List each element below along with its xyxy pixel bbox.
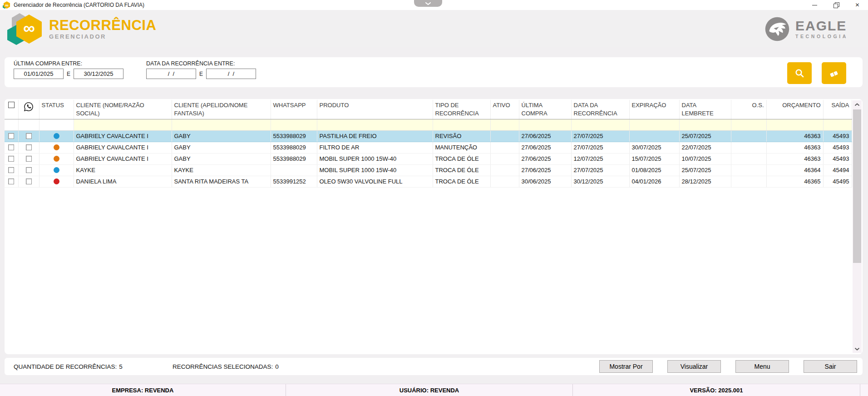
filter-cell-data_lembrete[interactable] xyxy=(679,119,731,130)
ultima-compra-label: ÚLTIMA COMPRA ENTRE: xyxy=(14,60,123,67)
filter-cell-tipo[interactable] xyxy=(433,119,490,130)
filter-cell-whatsapp[interactable] xyxy=(271,119,317,130)
vendor-subtitle: TECNOLOGIA xyxy=(795,34,848,39)
cell-ativo xyxy=(490,130,519,142)
cell-whatsapp_send xyxy=(18,176,39,187)
filter-cell-whatsapp_send[interactable] xyxy=(18,119,39,130)
cell-saida: 45495 xyxy=(823,176,852,187)
filter-cell-select[interactable] xyxy=(5,119,18,130)
filter-cell-os[interactable] xyxy=(731,119,766,130)
minimize-button[interactable] xyxy=(804,0,825,10)
cell-ativo xyxy=(490,142,519,153)
cell-produto: PASTILHA DE FREIO xyxy=(317,130,433,142)
cell-produto: FILTRO DE AR xyxy=(317,142,433,153)
cell-status xyxy=(39,164,74,176)
vendor-name: EAGLE xyxy=(795,19,848,33)
cell-data_lembrete: 25/07/2025 xyxy=(679,130,731,142)
column-header-expiracao[interactable]: EXPIRAÇÃO xyxy=(629,100,679,119)
row-select-checkbox[interactable] xyxy=(8,144,14,150)
column-header-saida[interactable]: SAÍDA xyxy=(823,100,852,119)
column-header-ultima_compra[interactable]: ÚLTIMA COMPRA xyxy=(519,100,571,119)
filter-cell-orcamento[interactable] xyxy=(766,119,823,130)
filter-cell-produto[interactable] xyxy=(317,119,433,130)
row-whatsapp-checkbox[interactable] xyxy=(26,167,32,173)
filter-cell-expiracao[interactable] xyxy=(629,119,679,130)
select-all-checkbox[interactable] xyxy=(8,102,15,108)
row-select-checkbox[interactable] xyxy=(8,156,14,162)
mostrar-por-button[interactable]: Mostrar Por xyxy=(599,360,653,373)
column-header-os[interactable]: O.S. xyxy=(731,100,766,119)
ultima-compra-from-input[interactable] xyxy=(14,69,64,79)
cell-tipo: TROCA DE ÓLE xyxy=(433,164,490,176)
menu-button[interactable]: Menu xyxy=(735,360,789,373)
data-recorrencia-to-input[interactable] xyxy=(206,69,256,79)
cell-cliente_apelido: GABY xyxy=(172,153,271,164)
row-whatsapp-checkbox[interactable] xyxy=(26,144,32,150)
filter-cell-ultima_compra[interactable] xyxy=(519,119,571,130)
selected-count: RECORRÊNCIAS SELECIONADAS:0 xyxy=(173,363,279,370)
cell-whatsapp xyxy=(271,164,317,176)
column-header-status[interactable]: STATUS xyxy=(39,100,74,119)
row-select-checkbox[interactable] xyxy=(8,133,14,139)
clear-filters-button[interactable] xyxy=(822,62,846,84)
column-header-orcamento[interactable]: ORÇAMENTO xyxy=(766,100,823,119)
scrollbar-thumb[interactable] xyxy=(853,109,861,263)
cell-cliente_apelido: GABY xyxy=(172,130,271,142)
app-window: ∞ Gerenciador de Recorrência (CARTORIO D… xyxy=(0,0,868,396)
minimize-icon xyxy=(812,5,817,5)
data-recorrencia-from-input[interactable] xyxy=(146,69,196,79)
row-select-checkbox[interactable] xyxy=(8,167,14,173)
column-header-select[interactable] xyxy=(5,100,18,119)
table-row[interactable]: GABRIELY CAVALCANTE IGABY5533988029MOBIL… xyxy=(5,153,852,164)
visualizar-button[interactable]: Visualizar xyxy=(667,360,721,373)
cell-data_lembrete: 25/07/2025 xyxy=(679,164,731,176)
cell-cliente_nome: KAYKE xyxy=(74,164,172,176)
ultima-compra-to-input[interactable] xyxy=(74,69,123,79)
column-header-data_lembrete[interactable]: DATA LEMBRETE xyxy=(679,100,731,119)
row-whatsapp-checkbox[interactable] xyxy=(26,156,32,162)
row-select-checkbox[interactable] xyxy=(8,178,14,184)
scroll-up-button[interactable] xyxy=(853,100,862,109)
filter-cell-cliente_nome[interactable] xyxy=(74,119,172,130)
close-button[interactable]: ✕ xyxy=(847,0,868,10)
column-header-tipo[interactable]: TIPO DE RECORRÊNCIA xyxy=(433,100,490,119)
filter-cell-saida[interactable] xyxy=(823,119,852,130)
filter-cell-status[interactable] xyxy=(39,119,74,130)
chevron-down-icon xyxy=(425,2,431,5)
search-button[interactable] xyxy=(787,62,812,84)
cell-whatsapp: 5533988029 xyxy=(271,130,317,142)
table-row[interactable]: GABRIELY CAVALCANTE IGABY5533988029FILTR… xyxy=(5,142,852,153)
cell-orcamento: 46363 xyxy=(766,142,823,153)
screen-share-notch[interactable] xyxy=(414,0,442,7)
vertical-scrollbar[interactable] xyxy=(853,100,862,353)
app-header: ∞ RECORRÊNCIA GERENCIADOR EAGLE TECNOLOG… xyxy=(0,10,868,47)
column-header-whatsapp_send[interactable] xyxy=(18,100,39,119)
sair-button[interactable]: Sair xyxy=(804,360,857,373)
cell-data_recorrencia: 27/07/2025 xyxy=(571,164,629,176)
recurrence-count: QUANTIDADE DE RECORRÊNCIAS:5 xyxy=(14,363,123,370)
column-header-cliente_apelido[interactable]: CLIENTE (APELIDO/NOME FANTASIA) xyxy=(172,100,271,119)
column-header-data_recorrencia[interactable]: DATA DA RECORRÊNCIA xyxy=(571,100,629,119)
app-subtitle: GERENCIADOR xyxy=(49,33,156,40)
cell-data_lembrete: 28/12/2025 xyxy=(679,176,731,187)
table-row[interactable]: DANIELA LIMASANTA RITA MADEIRAS TA553399… xyxy=(5,176,852,187)
column-header-whatsapp[interactable]: WHATSAPP xyxy=(271,100,317,119)
cell-ultima_compra: 27/06/2025 xyxy=(519,130,571,142)
cell-expiracao xyxy=(629,130,679,142)
close-icon: ✕ xyxy=(855,2,859,8)
row-whatsapp-checkbox[interactable] xyxy=(26,178,32,184)
filter-cell-ativo[interactable] xyxy=(490,119,519,130)
scroll-down-button[interactable] xyxy=(853,345,862,353)
column-header-cliente_nome[interactable]: CLIENTE (NOME/RAZÃO SOCIAL) xyxy=(74,100,172,119)
filter-cell-cliente_apelido[interactable] xyxy=(172,119,271,130)
cell-whatsapp: 5533991252 xyxy=(271,176,317,187)
table-row[interactable]: GABRIELY CAVALCANTE IGABY5533988029PASTI… xyxy=(5,130,852,142)
cell-os xyxy=(731,164,766,176)
restore-button[interactable] xyxy=(825,0,847,10)
cell-select xyxy=(5,153,18,164)
row-whatsapp-checkbox[interactable] xyxy=(26,133,32,139)
column-header-produto[interactable]: PRODUTO xyxy=(317,100,433,119)
table-row[interactable]: KAYKEKAYKEMOBIL SUPER 1000 15W-40TROCA D… xyxy=(5,164,852,176)
filter-cell-data_recorrencia[interactable] xyxy=(571,119,629,130)
column-header-ativo[interactable]: ATIVO xyxy=(490,100,519,119)
